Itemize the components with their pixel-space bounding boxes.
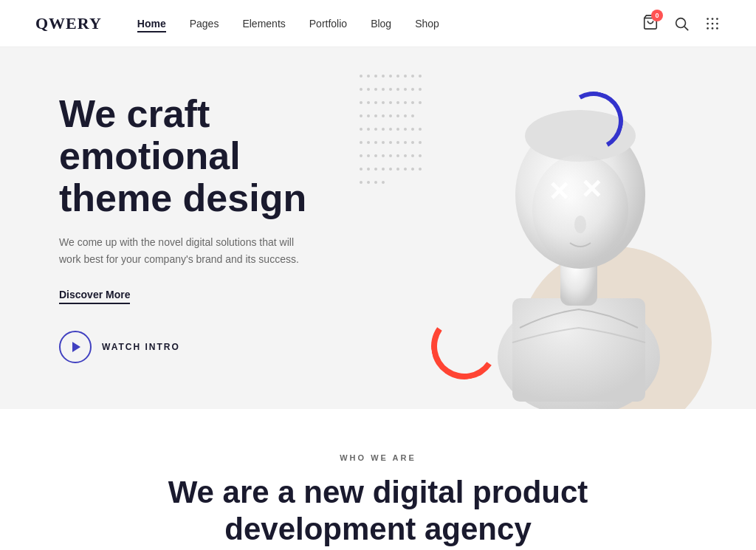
cart-button[interactable]: 0 xyxy=(642,14,659,33)
cart-badge: 0 xyxy=(651,10,663,21)
svg-point-8 xyxy=(716,22,718,24)
svg-text:✕: ✕ xyxy=(580,174,602,204)
svg-point-1 xyxy=(676,18,686,27)
watch-intro-button[interactable]: WATCH INTRO xyxy=(59,331,180,363)
play-triangle-icon xyxy=(72,342,80,352)
search-icon[interactable] xyxy=(673,16,690,32)
svg-text:✕: ✕ xyxy=(548,176,570,207)
discover-more-link[interactable]: Discover More xyxy=(59,289,130,304)
logo[interactable]: QWERY xyxy=(35,14,102,33)
svg-point-10 xyxy=(712,27,714,30)
svg-point-20 xyxy=(574,216,586,233)
nav-item-elements[interactable]: Elements xyxy=(242,17,285,30)
section-eyebrow: WHO WE ARE xyxy=(59,453,697,462)
svg-line-2 xyxy=(684,27,688,30)
nav-item-shop[interactable]: Shop xyxy=(415,17,439,30)
play-circle xyxy=(59,331,92,363)
svg-point-7 xyxy=(712,22,714,24)
hero-title: We craft emotional theme design xyxy=(59,93,325,220)
nav-item-home[interactable]: Home xyxy=(137,17,166,30)
hero-section: (function(){ var el = document.querySele… xyxy=(0,47,756,409)
svg-point-5 xyxy=(716,18,718,20)
svg-point-6 xyxy=(707,22,709,24)
grid-icon[interactable] xyxy=(704,16,721,32)
hero-content: We craft emotional theme design We come … xyxy=(0,93,384,363)
nav-item-pages[interactable]: Pages xyxy=(190,17,219,30)
navbar: QWERY Home Pages Elements Portfolio Blog… xyxy=(0,0,756,47)
nav-links: Home Pages Elements Portfolio Blog Shop xyxy=(137,17,642,30)
svg-point-11 xyxy=(716,27,718,30)
watch-intro-label: WATCH INTRO xyxy=(102,342,180,352)
svg-point-4 xyxy=(712,18,714,20)
svg-point-17 xyxy=(532,154,628,265)
nav-actions: 0 xyxy=(642,14,721,33)
svg-rect-13 xyxy=(512,298,645,402)
svg-point-3 xyxy=(707,18,709,20)
who-section: WHO WE ARE We are a new digital product … xyxy=(0,409,756,550)
svg-point-9 xyxy=(707,27,709,30)
nav-item-portfolio[interactable]: Portfolio xyxy=(309,17,347,30)
section-title: We are a new digital product development… xyxy=(157,474,599,549)
hero-subtitle: We come up with the novel digital soluti… xyxy=(59,234,310,267)
nav-item-blog[interactable]: Blog xyxy=(371,17,391,30)
